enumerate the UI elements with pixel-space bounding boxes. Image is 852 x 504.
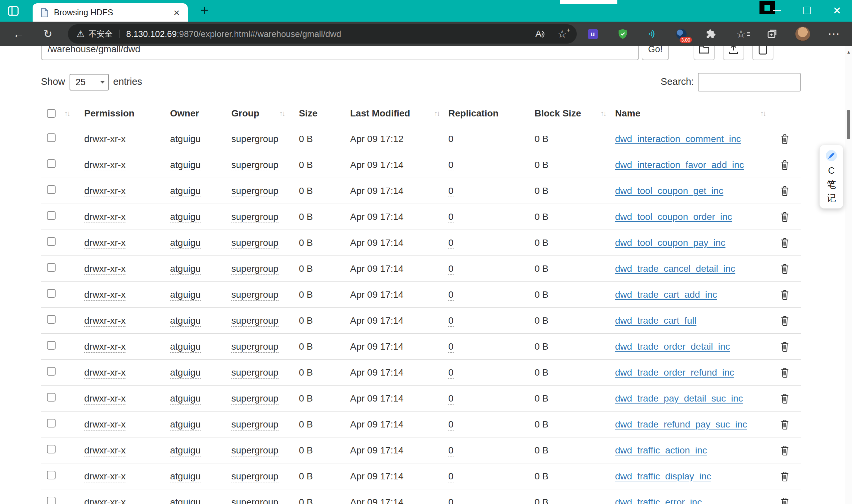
delete-button[interactable]: [769, 289, 801, 300]
scroll-up-icon[interactable]: ▲: [845, 50, 852, 55]
scrollbar-thumb[interactable]: [847, 110, 850, 139]
extensions-puzzle-icon[interactable]: [704, 22, 718, 46]
row-checkbox[interactable]: [47, 341, 56, 349]
owner-value[interactable]: atguigu: [170, 134, 201, 145]
settings-menu-icon[interactable]: ⋯: [826, 22, 841, 46]
row-checkbox[interactable]: [47, 159, 56, 168]
row-checkbox[interactable]: [47, 471, 56, 480]
refresh-button[interactable]: ↻: [41, 22, 55, 46]
address-bar[interactable]: ⚠ 不安全 8.130.102.69 :9870/explorer.html#/…: [68, 24, 577, 43]
owner-value[interactable]: atguigu: [170, 367, 201, 379]
file-link[interactable]: dwd_traffic_display_inc: [615, 471, 711, 481]
owner-value[interactable]: atguigu: [170, 160, 201, 171]
replication-value[interactable]: 0: [448, 419, 454, 431]
note-widget[interactable]: C 笔 记: [819, 145, 844, 209]
active-tab[interactable]: Browsing HDFS ×: [33, 3, 188, 22]
entries-per-page-select[interactable]: 25: [70, 74, 109, 90]
owner-value[interactable]: atguigu: [170, 212, 201, 223]
replication-value[interactable]: 0: [448, 289, 454, 301]
column-header-size[interactable]: Size: [299, 108, 318, 119]
replication-value[interactable]: 0: [448, 160, 454, 171]
replication-value[interactable]: 0: [448, 264, 454, 275]
replication-value[interactable]: 0: [448, 367, 454, 379]
permission-value[interactable]: drwxr-xr-x: [84, 393, 125, 404]
delete-button[interactable]: [769, 134, 801, 144]
add-favorite-icon[interactable]: ☆+: [557, 29, 567, 39]
group-value[interactable]: supergroup: [231, 212, 279, 223]
file-link[interactable]: dwd_trade_cancel_detail_inc: [615, 264, 735, 274]
close-window-button[interactable]: ×: [822, 0, 852, 21]
column-header-group[interactable]: Group: [231, 108, 259, 119]
row-checkbox[interactable]: [47, 237, 56, 246]
row-checkbox[interactable]: [47, 185, 56, 194]
sort-icon[interactable]: ↑↓: [760, 109, 765, 118]
column-header-replication[interactable]: Replication: [448, 108, 499, 119]
owner-value[interactable]: atguigu: [170, 471, 201, 482]
delete-button[interactable]: [769, 212, 801, 222]
delete-button[interactable]: [769, 264, 801, 274]
owner-value[interactable]: atguigu: [170, 316, 201, 327]
vertical-scrollbar[interactable]: ▲: [845, 46, 852, 504]
search-input[interactable]: [698, 73, 801, 91]
delete-button[interactable]: [769, 341, 801, 352]
go-button[interactable]: Go!: [642, 46, 669, 60]
replication-value[interactable]: 0: [448, 212, 454, 223]
file-link[interactable]: dwd_interaction_favor_add_inc: [615, 160, 744, 170]
file-link[interactable]: dwd_traffic_error_inc: [615, 497, 702, 504]
delete-button[interactable]: [769, 471, 801, 482]
workspaces-icon[interactable]: [7, 4, 20, 18]
group-value[interactable]: supergroup: [231, 186, 279, 197]
replication-value[interactable]: 0: [448, 341, 454, 353]
file-link[interactable]: dwd_trade_order_detail_inc: [615, 341, 730, 352]
group-value[interactable]: supergroup: [231, 316, 279, 327]
owner-value[interactable]: atguigu: [170, 186, 201, 197]
file-link[interactable]: dwd_trade_cart_add_inc: [615, 289, 717, 300]
delete-button[interactable]: [769, 316, 801, 326]
column-header-name[interactable]: Name: [615, 108, 640, 119]
permission-value[interactable]: drwxr-xr-x: [84, 289, 125, 301]
ublock-extension-icon[interactable]: u: [585, 22, 600, 46]
back-button[interactable]: ←: [11, 22, 26, 46]
read-aloud-icon[interactable]: A: [535, 29, 547, 39]
file-link[interactable]: dwd_traffic_action_inc: [615, 445, 707, 455]
delete-button[interactable]: [769, 445, 801, 456]
row-checkbox[interactable]: [47, 445, 56, 453]
replication-value[interactable]: 0: [448, 471, 454, 482]
owner-value[interactable]: atguigu: [170, 419, 201, 431]
column-header-permission[interactable]: Permission: [84, 108, 135, 119]
row-checkbox[interactable]: [47, 497, 56, 504]
replication-value[interactable]: 0: [448, 316, 454, 327]
file-link[interactable]: dwd_trade_pay_detail_suc_inc: [615, 393, 743, 403]
row-checkbox[interactable]: [47, 133, 56, 142]
replication-value[interactable]: 0: [448, 186, 454, 197]
owner-value[interactable]: atguigu: [170, 445, 201, 456]
file-link[interactable]: dwd_trade_order_refund_inc: [615, 367, 734, 378]
tab-close-icon[interactable]: ×: [172, 7, 181, 18]
replication-value[interactable]: 0: [448, 445, 454, 456]
shopping-extension-icon[interactable]: 3.00: [674, 22, 689, 46]
delete-button[interactable]: [769, 367, 801, 378]
owner-value[interactable]: atguigu: [170, 497, 201, 504]
permission-value[interactable]: drwxr-xr-x: [84, 264, 125, 275]
permission-value[interactable]: drwxr-xr-x: [84, 212, 125, 223]
group-value[interactable]: supergroup: [231, 471, 279, 482]
delete-button[interactable]: [769, 419, 801, 430]
group-value[interactable]: supergroup: [231, 445, 279, 456]
network-signal-icon[interactable]: [645, 22, 659, 46]
replication-value[interactable]: 0: [448, 237, 454, 249]
create-directory-button[interactable]: [694, 46, 715, 60]
group-value[interactable]: supergroup: [231, 393, 279, 404]
group-value[interactable]: supergroup: [231, 160, 279, 171]
permission-value[interactable]: drwxr-xr-x: [84, 367, 125, 379]
sort-icon[interactable]: ↑↓: [279, 109, 285, 118]
row-checkbox[interactable]: [47, 419, 56, 428]
permission-value[interactable]: drwxr-xr-x: [84, 445, 125, 456]
column-header-owner[interactable]: Owner: [170, 108, 199, 119]
replication-value[interactable]: 0: [448, 393, 454, 404]
sort-icon[interactable]: ↑↓: [434, 109, 439, 118]
owner-value[interactable]: atguigu: [170, 237, 201, 249]
new-tab-button[interactable]: +: [198, 4, 211, 17]
minimize-button[interactable]: [762, 0, 792, 21]
maximize-button[interactable]: [792, 0, 822, 21]
permission-value[interactable]: drwxr-xr-x: [84, 316, 125, 327]
